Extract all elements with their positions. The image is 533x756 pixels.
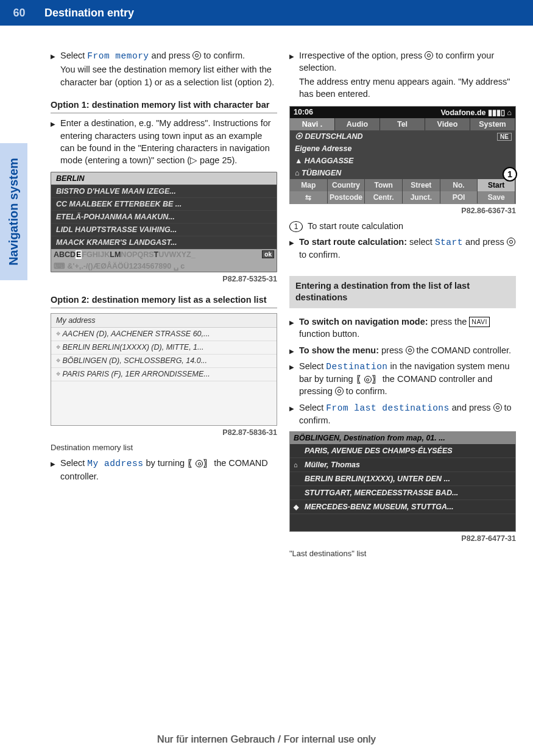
tab: Video <box>425 118 470 130</box>
character-bar-2: ⌨ &'+,.-/()ÆØÅÄÖÜ1234567890 ␣ c <box>51 260 277 272</box>
bot-btn: POI <box>440 191 478 203</box>
text: Select <box>299 361 326 371</box>
figure-caption: Destination memory list <box>51 443 277 452</box>
left-column: Select From memory and press to confirm.… <box>51 46 277 563</box>
page-title: Destination entry <box>38 7 134 19</box>
text: Irrespective of the option, press <box>299 51 425 60</box>
watermark: Nur für internen Gebrauch / For internal… <box>0 734 533 745</box>
top-tabs: Navi . Audio Tel Video System <box>290 118 515 130</box>
screenshot-charbar-list: BERLIN BISTRO D'HALVE MAAN IZEGE... CC M… <box>51 172 277 272</box>
step-body: Enter a destination, e.g. "My address". … <box>60 117 277 166</box>
step: Enter a destination, e.g. "My address". … <box>51 117 277 166</box>
step: To start route calculation: select Start… <box>289 236 516 261</box>
image-id: P82.87-6477-31 <box>289 534 516 543</box>
text: press the <box>428 317 470 327</box>
step-body: Select Destination in the navigation sys… <box>299 360 516 398</box>
menu-item-mono: From last destinations <box>326 403 449 413</box>
status-bar: 10:06 Vodafone.de ▮▮▮▯ ⌂ <box>290 107 515 118</box>
text: to confirm. <box>201 51 245 60</box>
text: function button. <box>299 329 359 339</box>
cb-seg: FGHIJK <box>82 250 110 259</box>
text: Select <box>60 51 87 60</box>
text: press <box>379 345 406 355</box>
image-id: P82.86-6367-31 <box>289 207 516 215</box>
menu-item-mono: Start <box>435 238 463 247</box>
bot-btn: Country <box>328 179 365 191</box>
cb-seg: ABCD <box>54 250 76 259</box>
text: select <box>407 237 435 247</box>
list-header: My address <box>51 314 277 328</box>
text: and press <box>149 51 193 60</box>
addr-row: ▲ HAAGGASSE <box>290 155 515 167</box>
row-text: MERCEDES-BENZ MUSEUM, STUTTGA... <box>305 503 453 511</box>
press-icon <box>406 346 414 355</box>
subheading-option2: Option 2: destination memory list as a s… <box>51 294 277 309</box>
figure-caption: "Last destinations" list <box>289 549 516 558</box>
list-item: ◆MERCEDES-BENZ MUSEUM, STUTTGA... <box>290 500 515 514</box>
page-header: 60 Destination entry <box>0 0 533 26</box>
list-item: LIDL HAUPTSTRASSE VAIHING... <box>51 224 277 236</box>
list-item: PARIS, AVENUE DES CHAMPS-ÉLYSÉES <box>290 444 515 458</box>
list-header: BERLIN <box>51 172 277 185</box>
list-item: STUTTGART, MERCEDESSTRASSE BAD... <box>290 486 515 500</box>
step-bold: To switch on navigation mode: <box>299 317 428 327</box>
list-item: AACHEN (D), AACHENER STRASSE 60,... <box>51 328 277 341</box>
step: Select From last destinations and press … <box>289 401 516 427</box>
step: Select My address by turning 〖〗 the COMA… <box>51 457 277 482</box>
step-body: Select From memory and press to confirm.… <box>60 49 277 88</box>
step-body: To switch on navigation mode: press the … <box>299 316 516 341</box>
content-columns: Select From memory and press to confirm.… <box>51 46 518 563</box>
compass-icon: NE <box>497 133 512 141</box>
text: Select <box>60 458 87 468</box>
row-text: PARIS, AVENUE DES CHAMPS-ÉLYSÉES <box>305 447 453 455</box>
cb-seg: NOPQRS <box>121 250 154 259</box>
image-id: P82.87-5325-31 <box>51 275 277 283</box>
bot-btn: ⇆ <box>290 191 328 203</box>
cb-active: E <box>76 250 82 259</box>
list-item: ETELÄ-POHJANMAA MAAKUN... <box>51 211 277 224</box>
step-arrow-icon <box>51 457 60 482</box>
text: Select <box>299 403 326 412</box>
list-item: BERLIN BERLIN(1XXXX) (D), MITTE, 1... <box>51 341 277 355</box>
list-item: BERLIN BERLIN(1XXXX), UNTER DEN ... <box>290 472 515 486</box>
page-number: 60 <box>0 7 38 19</box>
legend-text: To start route calculation <box>308 221 403 232</box>
step-body: Irrespective of the option, press to con… <box>299 49 516 100</box>
row-text: BERLIN BERLIN(1XXXX), UNTER DEN ... <box>305 475 450 483</box>
tab: Navi . <box>290 118 335 130</box>
step-arrow-icon <box>289 236 299 261</box>
step: Irrespective of the option, press to con… <box>289 49 516 100</box>
step-arrow-icon <box>289 316 299 341</box>
step: Select Destination in the navigation sys… <box>289 360 516 398</box>
press-icon <box>493 403 502 412</box>
addr-row: Eigene Adresse <box>290 143 515 155</box>
menu-item-mono: Destination <box>326 362 387 372</box>
text: to confirm. <box>344 386 387 396</box>
list-item: BISTRO D'HALVE MAAN IZEGE... <box>51 185 277 198</box>
bot-btn: Postcode <box>328 191 365 203</box>
side-tab: Navigation system <box>0 143 27 280</box>
addr-row: ⦿ DEUTSCHLAND <box>290 130 515 143</box>
step-explain: You will see the destination memory list… <box>60 63 277 88</box>
ok-button: ok <box>262 250 274 258</box>
screenshot-address-entry-wrap: 10:06 Vodafone.de ▮▮▮▯ ⌂ Navi . Audio Te… <box>289 106 516 204</box>
bot-btn: Map <box>290 179 328 191</box>
step-bold: To show the menu: <box>299 345 379 355</box>
tab: Tel <box>380 118 425 130</box>
section-heading: Entering a destination from the list of … <box>289 276 516 308</box>
addr-row: ⌂ TÜBINGEN <box>290 167 515 179</box>
turn-icon: 〖〗 <box>356 373 380 386</box>
bot-btn: Street <box>403 179 440 191</box>
step-bold: To start route calculation: <box>299 237 407 247</box>
page: 60 Destination entry Navigation system S… <box>0 0 533 756</box>
press-icon <box>335 387 344 395</box>
step-body: To show the menu: press the COMAND contr… <box>299 344 516 356</box>
character-bar: ABCDEFGHIJKLMNOPQRSTUVWXYZ_ ok <box>51 249 277 260</box>
text: and press <box>450 403 493 412</box>
list-item: ⌂Müller, Thomas <box>290 458 515 472</box>
bottom-row-1: Map Country Town Street No. Start <box>290 179 515 191</box>
cb-seg: UVWXYZ_ <box>158 250 195 259</box>
step-arrow-icon <box>289 344 299 356</box>
text: by turning <box>143 458 187 468</box>
cb-seg: LM <box>110 250 121 259</box>
